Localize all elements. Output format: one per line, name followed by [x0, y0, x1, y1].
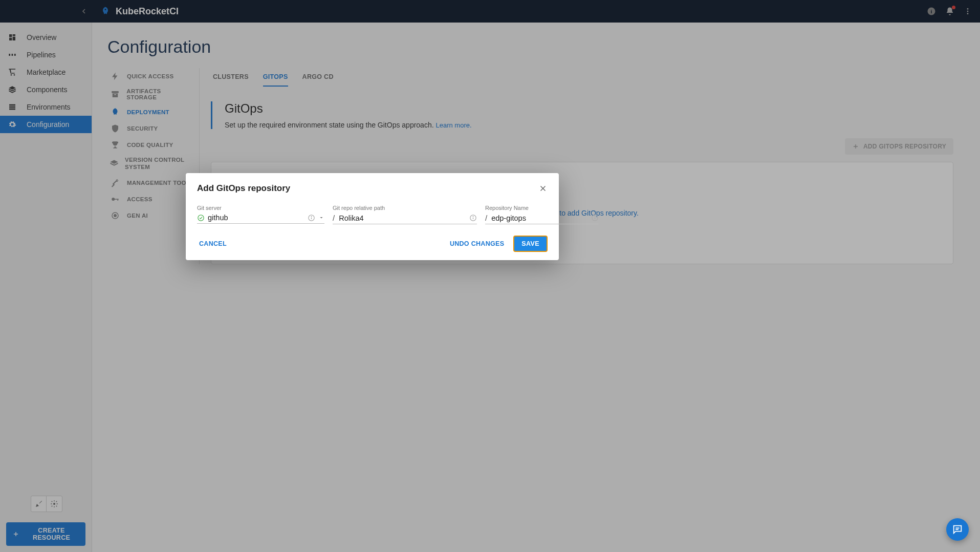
git-server-input[interactable] — [208, 214, 304, 222]
info-icon[interactable] — [469, 214, 477, 222]
svg-point-39 — [473, 217, 473, 217]
slash-prefix: / — [333, 214, 336, 222]
svg-point-36 — [311, 216, 312, 217]
info-icon[interactable] — [591, 214, 599, 222]
info-icon[interactable] — [308, 214, 315, 222]
relpath-label: Git repo relative path — [333, 205, 477, 211]
chevron-down-icon[interactable] — [318, 215, 324, 221]
relpath-field: Git repo relative path / — [333, 205, 477, 224]
repo-name-field: Repository Name / — [485, 205, 599, 224]
close-icon[interactable] — [538, 184, 548, 193]
modal-overlay[interactable] — [0, 0, 980, 552]
svg-point-33 — [198, 215, 204, 220]
relpath-input[interactable] — [339, 214, 466, 222]
git-server-field: Git server — [197, 205, 324, 224]
chat-fab[interactable] — [946, 518, 969, 541]
modal-title: Add GitOps repository — [197, 183, 290, 194]
cancel-button[interactable]: CANCEL — [197, 237, 229, 250]
repo-name-input[interactable] — [491, 214, 588, 222]
slash-prefix: / — [485, 214, 488, 222]
add-gitops-modal: Add GitOps repository Git server Git rep… — [186, 173, 559, 260]
git-server-label: Git server — [197, 205, 324, 211]
svg-point-42 — [595, 217, 595, 217]
repo-name-label: Repository Name — [485, 205, 599, 211]
check-circle-icon — [197, 214, 205, 222]
undo-changes-button[interactable]: UNDO CHANGES — [448, 237, 506, 250]
save-button[interactable]: SAVE — [513, 236, 548, 252]
